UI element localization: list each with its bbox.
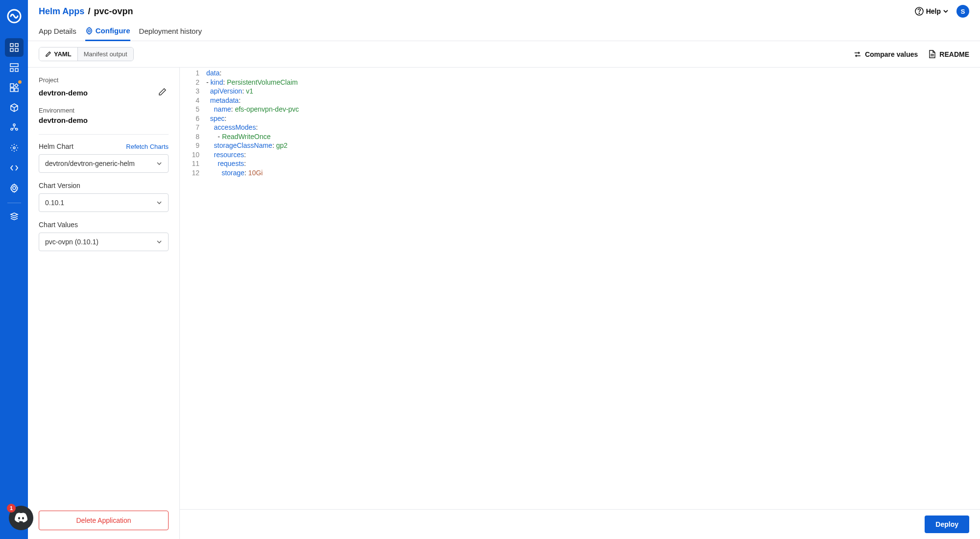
helm-chart-value: devtron/devtron-generic-helm (45, 160, 135, 167)
chevron-down-icon (156, 239, 162, 245)
nav-app-groups[interactable] (5, 58, 24, 77)
svg-rect-8 (10, 84, 14, 87)
svg-point-14 (13, 147, 15, 149)
chart-version-select[interactable]: 0.10.1 (39, 193, 169, 212)
edit-project-button[interactable] (156, 86, 169, 100)
toolbar: YAML Manifest output Compare values READ… (28, 41, 980, 68)
readme-label: README (939, 50, 969, 58)
content: Project devtron-demo Environment devtron… (28, 68, 980, 539)
nav-badge (18, 80, 22, 84)
environment-value: devtron-demo (39, 116, 169, 124)
svg-rect-5 (10, 64, 18, 67)
delete-application-button[interactable]: Delete Application (39, 511, 169, 530)
nav-chart-store[interactable] (5, 78, 24, 97)
svg-rect-3 (10, 48, 13, 51)
environment-label: Environment (39, 107, 169, 114)
toggle-yaml-label: YAML (54, 50, 72, 58)
chart-values-select[interactable]: pvc-ovpn (0.10.1) (39, 233, 169, 251)
svg-rect-9 (10, 88, 14, 92)
refetch-charts-button[interactable]: Refetch Charts (126, 143, 169, 150)
svg-rect-7 (15, 69, 18, 71)
header-top: Helm Apps / pvc-ovpn Help S (39, 5, 969, 18)
svg-point-15 (13, 187, 16, 189)
breadcrumb-sep: / (88, 6, 90, 16)
chevron-down-icon (156, 200, 162, 206)
chart-version-value: 0.10.1 (45, 199, 64, 207)
toolbar-right: Compare values README (854, 50, 969, 58)
chart-values-label: Chart Values (39, 221, 169, 229)
nav-code[interactable] (5, 159, 24, 177)
svg-point-18 (88, 29, 90, 31)
pencil-icon (45, 51, 51, 57)
config-panel: Project devtron-demo Environment devtron… (28, 68, 180, 539)
chart-version-label: Chart Version (39, 182, 169, 189)
toggle-yaml[interactable]: YAML (39, 47, 78, 61)
header-right: Help S (914, 5, 969, 18)
header: Helm Apps / pvc-ovpn Help S App Details … (28, 0, 980, 41)
nav-cube[interactable] (5, 98, 24, 117)
svg-rect-6 (10, 69, 13, 71)
project-label: Project (39, 76, 169, 84)
breadcrumb-current: pvc-ovpn (94, 6, 133, 16)
tab-app-details[interactable]: App Details (39, 22, 76, 41)
svg-point-11 (13, 124, 15, 126)
svg-rect-4 (15, 48, 18, 51)
app-logo (7, 9, 22, 23)
svg-rect-1 (10, 44, 13, 47)
compare-values-label: Compare values (865, 50, 918, 58)
breadcrumb-link[interactable]: Helm Apps (39, 6, 84, 16)
discord-button[interactable]: 1 (9, 506, 33, 530)
tabs: App Details Configure Deployment history (39, 22, 969, 41)
nav-stack[interactable] (5, 207, 24, 226)
main: Helm Apps / pvc-ovpn Help S App Details … (28, 0, 980, 539)
helm-chart-select[interactable]: devtron/devtron-generic-helm (39, 154, 169, 173)
discord-badge: 1 (7, 504, 16, 513)
nav-divider (7, 203, 21, 203)
tab-configure[interactable]: Configure (85, 22, 130, 41)
line-gutter: 123456789101112 (180, 69, 203, 509)
nav-settings[interactable] (5, 179, 24, 197)
view-toggle: YAML Manifest output (39, 47, 134, 61)
help-label: Help (926, 7, 941, 15)
helm-chart-label: Helm Chart (39, 142, 74, 150)
svg-rect-2 (15, 44, 18, 47)
code-area[interactable]: data:- kind: PersistentVolumeClaim apiVe… (203, 69, 299, 509)
svg-rect-10 (15, 88, 18, 92)
deploy-button[interactable]: Deploy (925, 516, 969, 533)
readme-button[interactable]: README (929, 50, 969, 58)
chevron-down-icon (943, 8, 949, 14)
panel-divider (39, 134, 169, 135)
pencil-icon (158, 88, 167, 96)
chart-values-value: pvc-ovpn (0.10.1) (45, 238, 98, 246)
nav-cluster[interactable] (5, 118, 24, 137)
file-icon (929, 50, 936, 58)
nav-global-config[interactable] (5, 139, 24, 157)
nav-apps[interactable] (5, 38, 24, 57)
project-value: devtron-demo (39, 89, 88, 97)
editor-wrap: 123456789101112 data:- kind: PersistentV… (180, 68, 980, 539)
editor-footer: Deploy (180, 509, 980, 539)
sidebar: 1 (0, 0, 28, 539)
svg-point-17 (919, 13, 919, 13)
breadcrumb: Helm Apps / pvc-ovpn (39, 6, 133, 17)
swap-icon (854, 50, 861, 58)
toggle-manifest[interactable]: Manifest output (78, 47, 133, 61)
tab-deployment-history[interactable]: Deployment history (139, 22, 202, 41)
compare-values-button[interactable]: Compare values (854, 50, 918, 58)
help-button[interactable]: Help (914, 6, 949, 16)
avatar[interactable]: S (956, 5, 969, 18)
gear-icon (85, 27, 93, 35)
yaml-editor[interactable]: 123456789101112 data:- kind: PersistentV… (180, 68, 980, 509)
tab-configure-label: Configure (96, 26, 130, 35)
help-icon (914, 6, 924, 16)
chevron-down-icon (156, 161, 162, 166)
